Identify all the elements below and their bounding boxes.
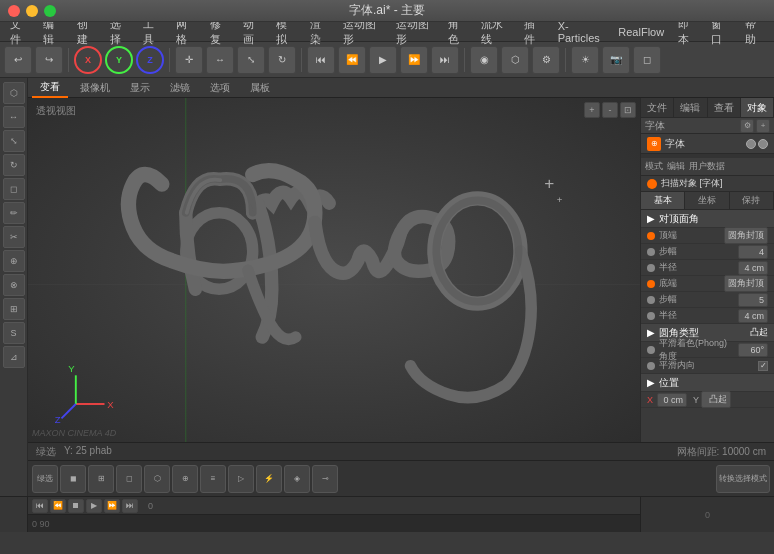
rp-tab-edit[interactable]: 编辑 <box>674 98 707 117</box>
toolbar-play-next[interactable]: ⏩ <box>400 46 428 74</box>
toolbar-play[interactable]: ▶ <box>369 46 397 74</box>
vb-mode-btn[interactable]: 转换选择模式 <box>716 465 770 493</box>
toolbar-render-settings[interactable]: ⚙ <box>532 46 560 74</box>
toolbar-render[interactable]: ◉ <box>470 46 498 74</box>
section-position: ▶ 位置 X 0 cm Y 凸起 <box>641 374 774 408</box>
prop-value-x[interactable]: 0 cm <box>657 393 687 407</box>
toolbar-camera[interactable]: 📷 <box>602 46 630 74</box>
lt-rotate[interactable]: ↻ <box>3 154 25 176</box>
lt-magnet[interactable]: ⊕ <box>3 250 25 272</box>
toolbar-z-axis[interactable]: Z <box>136 46 164 74</box>
toolbar-play-prev[interactable]: ⏪ <box>338 46 366 74</box>
prop-value-phong[interactable]: 60° <box>738 343 768 357</box>
toolbar-render-region[interactable]: ⬡ <box>501 46 529 74</box>
vb-icon-5[interactable]: ⊕ <box>172 465 198 493</box>
toolbar-separator-2 <box>169 48 170 72</box>
prop-dot-steps-top <box>647 248 655 256</box>
panel-add-btn[interactable]: + <box>756 119 770 133</box>
mode-tab-edit[interactable]: 编辑 <box>667 160 685 173</box>
vb-icon-3[interactable]: ◻ <box>116 465 142 493</box>
lt-brush[interactable]: ✏ <box>3 202 25 224</box>
toolbar-object[interactable]: ◻ <box>633 46 661 74</box>
rp-tab-objects[interactable]: 对象 <box>741 98 774 117</box>
object-list-item[interactable]: ⊕ 字体 <box>641 134 774 154</box>
prop-value-bottom[interactable]: 圆角封顶 <box>724 275 768 292</box>
toolbar-undo[interactable]: ↩ <box>4 46 32 74</box>
prop-value-steps-top[interactable]: 4 <box>738 245 768 259</box>
prop-value-radius-top[interactable]: 4 cm <box>738 261 768 275</box>
toolbar-cursor[interactable]: ✛ <box>175 46 203 74</box>
viewport-fit[interactable]: ⊡ <box>620 102 636 118</box>
vb-icon-1[interactable]: ◼ <box>60 465 86 493</box>
prop-checkbox-smooth[interactable]: ✓ <box>758 361 768 371</box>
tl-prev[interactable]: ⏪ <box>50 499 66 513</box>
viewport-zoom-out[interactable]: - <box>602 102 618 118</box>
vb-icon-10[interactable]: ⊸ <box>312 465 338 493</box>
toolbar-light[interactable]: ☀ <box>571 46 599 74</box>
prop-value-top[interactable]: 圆角封顶 <box>724 227 768 244</box>
prop-value-steps-bottom[interactable]: 5 <box>738 293 768 307</box>
toolbar-y-axis[interactable]: Y <box>105 46 133 74</box>
minimize-button[interactable] <box>26 5 38 17</box>
prop-smooth-inner: 平滑内向 ✓ <box>641 358 774 374</box>
close-button[interactable] <box>8 5 20 17</box>
vp-tab-display[interactable]: 显示 <box>122 79 158 97</box>
toolbar-rotate[interactable]: ↻ <box>268 46 296 74</box>
prop-tab-keep[interactable]: 保持 <box>730 192 774 209</box>
vb-icon-2[interactable]: ⊞ <box>88 465 114 493</box>
section-position-header[interactable]: ▶ 位置 <box>641 374 774 392</box>
lt-move[interactable]: ↔ <box>3 106 25 128</box>
prop-value-y[interactable]: 凸起 <box>701 391 731 408</box>
timeline-main: ⏮ ⏪ ⏹ ▶ ⏩ ⏭ 0 0 90 <box>28 497 640 532</box>
panel-settings-btn[interactable]: ⚙ <box>740 119 754 133</box>
toolbar-play-end[interactable]: ⏭ <box>431 46 459 74</box>
lt-snap[interactable]: ⊗ <box>3 274 25 296</box>
vb-icon-6[interactable]: ≡ <box>200 465 226 493</box>
toolbar-move[interactable]: ↔ <box>206 46 234 74</box>
toolbar-scale[interactable]: ⤡ <box>237 46 265 74</box>
timeline-frame-label: 0 <box>148 501 153 511</box>
vb-icon-9[interactable]: ◈ <box>284 465 310 493</box>
tl-start[interactable]: ⏮ <box>32 499 48 513</box>
status-y-value: Y: 25 phab <box>64 445 112 459</box>
maximize-button[interactable] <box>44 5 56 17</box>
lt-knife[interactable]: ✂ <box>3 226 25 248</box>
lt-boolean[interactable]: ⊿ <box>3 346 25 368</box>
vp-tab-options[interactable]: 选项 <box>202 79 238 97</box>
section-bevel-header[interactable]: ▶ 对顶面角 <box>641 210 774 228</box>
vp-tab-panel[interactable]: 属板 <box>242 79 278 97</box>
vb-icon-8[interactable]: ⚡ <box>256 465 282 493</box>
tl-next[interactable]: ⏩ <box>104 499 120 513</box>
tl-end[interactable]: ⏭ <box>122 499 138 513</box>
timeline-track[interactable]: 0 90 <box>28 515 640 532</box>
lt-spline[interactable]: S <box>3 322 25 344</box>
lt-select[interactable]: ⬡ <box>3 82 25 104</box>
vb-select-btn[interactable]: 绿选 <box>32 465 58 493</box>
vp-tab-filter[interactable]: 滤镜 <box>162 79 198 97</box>
prop-tab-basic[interactable]: 基本 <box>641 192 685 209</box>
vb-icon-7[interactable]: ▷ <box>228 465 254 493</box>
toolbar-x-axis[interactable]: X <box>74 46 102 74</box>
viewport-bottom-toolbar: 绿选 ◼ ⊞ ◻ ⬡ ⊕ ≡ ▷ ⚡ ◈ ⊸ 转换选择模式 <box>28 460 774 496</box>
lt-axis[interactable]: ⊞ <box>3 298 25 320</box>
prop-tab-coord[interactable]: 坐标 <box>685 192 729 209</box>
vb-icon-4[interactable]: ⬡ <box>144 465 170 493</box>
mode-tab-mode[interactable]: 模式 <box>645 160 663 173</box>
vp-tab-camera[interactable]: 摄像机 <box>72 79 118 97</box>
lt-scale[interactable]: ⤡ <box>3 130 25 152</box>
viewport-zoom-in[interactable]: + <box>584 102 600 118</box>
toolbar-play-start[interactable]: ⏮ <box>307 46 335 74</box>
toolbar-redo[interactable]: ↪ <box>35 46 63 74</box>
vp-tab-view[interactable]: 变看 <box>32 78 68 98</box>
svg-line-9 <box>61 404 75 418</box>
viewport-3d[interactable]: 透视视图 <box>28 98 640 442</box>
rp-tab-file[interactable]: 文件 <box>641 98 674 117</box>
menu-realflow[interactable]: RealFlow <box>612 24 670 40</box>
tl-play[interactable]: ▶ <box>86 499 102 513</box>
prop-value-radius-bottom[interactable]: 4 cm <box>738 309 768 323</box>
mode-tab-user[interactable]: 用户数据 <box>689 160 725 173</box>
mode-tabs: 模式 编辑 用户数据 <box>641 158 774 176</box>
lt-poly[interactable]: ◻ <box>3 178 25 200</box>
tl-stop[interactable]: ⏹ <box>68 499 84 513</box>
rp-tab-view[interactable]: 查看 <box>708 98 741 117</box>
